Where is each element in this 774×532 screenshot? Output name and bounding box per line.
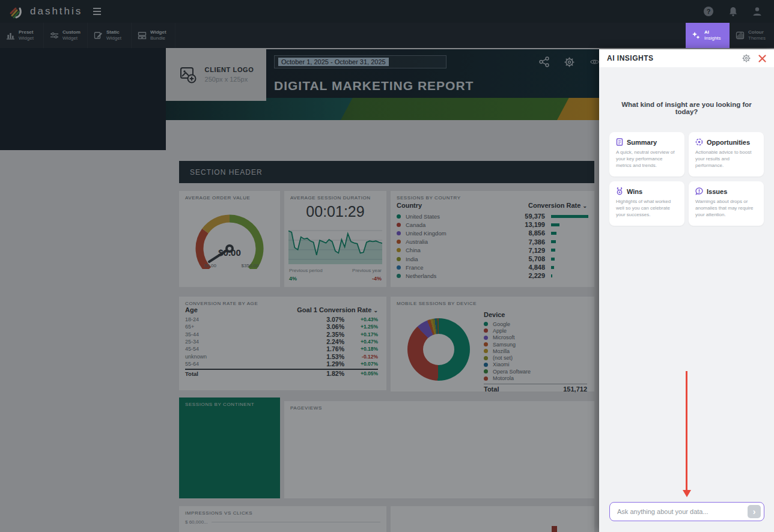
send-button[interactable]: › <box>748 505 761 518</box>
ai-insights-panel: AI INSIGHTS What kind of insight are you… <box>599 49 774 532</box>
close-icon[interactable] <box>758 55 766 62</box>
tutorial-arrow-head <box>683 490 691 497</box>
ai-settings-gear-icon[interactable] <box>742 53 751 63</box>
ai-insights-button[interactable]: AIInsights <box>686 23 730 48</box>
issues-alert-bubble-icon <box>695 187 703 195</box>
ai-card-issues[interactable]: Issues Warnings about drops or anomalies… <box>689 181 764 226</box>
ai-sparkle-icon <box>692 31 701 40</box>
ai-card-opportunities[interactable]: Opportunities Actionable advice to boost… <box>689 132 764 177</box>
ai-panel-header: AI INSIGHTS <box>599 49 774 67</box>
ai-question-text: What kind of insight are you looking for… <box>599 101 774 115</box>
ai-ask-input-box: › <box>609 502 764 521</box>
ai-card-summary[interactable]: Summary A quick, neutral overview of you… <box>609 132 684 177</box>
ai-cards-grid: Summary A quick, neutral overview of you… <box>609 132 764 226</box>
ai-panel-title: AI INSIGHTS <box>607 54 654 62</box>
wins-medal-icon <box>616 187 623 195</box>
summary-document-icon <box>616 138 623 146</box>
ai-ask-input[interactable] <box>617 508 748 515</box>
opportunities-target-icon <box>695 138 703 146</box>
ai-card-wins[interactable]: Wins Highlights of what worked well so y… <box>609 181 684 226</box>
tutorial-arrow <box>686 371 687 491</box>
